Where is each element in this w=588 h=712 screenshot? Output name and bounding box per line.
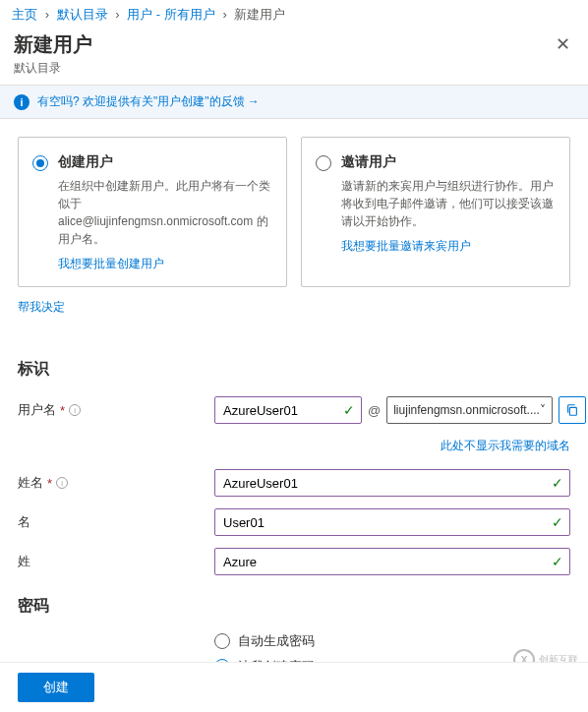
section-password: 密码 [18,596,570,617]
help-decide-link[interactable]: 帮我决定 [18,299,65,316]
domain-text: liujinfengmsn.onmicrosoft.... [393,403,540,417]
feedback-link[interactable]: 有空吗? 欢迎提供有关"用户创建"的反馈 → [37,93,260,110]
check-icon: ✓ [552,514,563,530]
bulk-invite-link[interactable]: 我想要批量邀请来宾用户 [341,239,471,253]
radio-icon [32,155,48,171]
copy-button[interactable] [559,396,586,424]
pwd-auto-label: 自动生成密码 [238,632,315,650]
bulk-create-link[interactable]: 我想要批量创建用户 [58,257,164,270]
breadcrumb-directory[interactable]: 默认目录 [57,7,108,22]
label-username: 用户名* i [18,401,214,419]
svg-rect-0 [569,407,576,415]
create-user-desc: 在组织中创建新用户。此用户将有一个类似于 alice@liujinfengmsn… [58,177,272,248]
row-surname: 姓 ✓ [18,547,570,576]
label-surname: 姓 [18,553,214,570]
create-user-title: 创建用户 [58,153,272,171]
domain-select[interactable]: liujinfengmsn.onmicrosoft.... ˅ [386,396,553,424]
page-title: 新建用户 [14,31,92,58]
row-givenname: 名 ✓ [18,507,570,537]
check-icon: ✓ [343,402,355,418]
info-icon: i [14,94,29,110]
radio-icon [214,633,230,649]
givenname-input-wrap: ✓ [214,508,570,536]
copy-icon [565,403,579,417]
user-option-cards: 创建用户 在组织中创建新用户。此用户将有一个类似于 alice@liujinfe… [18,137,570,287]
invite-user-desc: 邀请新的来宾用户与组织进行协作。用户将收到电子邮件邀请，他们可以接受该邀请以开始… [341,177,556,230]
breadcrumb-sep: › [45,7,49,22]
breadcrumb-current: 新建用户 [234,7,285,22]
check-icon: ✓ [552,475,563,491]
info-icon[interactable]: i [56,477,68,489]
chevron-down-icon: ˅ [540,403,546,417]
breadcrumb-sep: › [115,7,119,22]
main-content: 创建用户 在组织中创建新用户。此用户将有一个类似于 alice@liujinfe… [0,119,588,664]
close-icon[interactable]: ✕ [552,31,574,57]
pwd-auto-option[interactable]: 自动生成密码 [214,632,570,650]
domain-hint-link[interactable]: 此处不显示我需要的域名 [441,439,570,452]
name-input[interactable] [223,476,542,491]
row-pwd-options: 自动生成密码 让我创建密码 [18,632,570,664]
invite-user-title: 邀请用户 [341,153,556,171]
name-input-wrap: ✓ [214,469,570,497]
surname-input-wrap: ✓ [214,548,570,575]
breadcrumb: 主页 › 默认目录 › 用户 - 所有用户 › 新建用户 [0,0,588,30]
check-icon: ✓ [552,554,563,569]
invite-user-card[interactable]: 邀请用户 邀请新的来宾用户与组织进行协作。用户将收到电子邮件邀请，他们可以接受该… [301,137,570,287]
givenname-input[interactable] [223,515,542,530]
breadcrumb-users[interactable]: 用户 - 所有用户 [127,7,215,22]
at-symbol: @ [368,403,381,418]
info-icon[interactable]: i [69,404,81,416]
username-input-wrap: ✓ [214,396,362,424]
username-input[interactable] [223,403,333,418]
feedback-banner: i 有空吗? 欢迎提供有关"用户创建"的反馈 → [0,85,588,119]
section-identity: 标识 [18,359,570,380]
surname-input[interactable] [223,555,542,569]
row-name: 姓名* i ✓ [18,468,570,498]
page-header: 新建用户 默认目录 ✕ [0,30,588,85]
row-username: 用户名* i ✓ @ liujinfengmsn.onmicrosoft....… [18,395,570,425]
breadcrumb-sep: › [222,7,226,22]
page-subtitle: 默认目录 [14,60,92,77]
label-name: 姓名* i [18,474,214,492]
radio-icon [316,155,331,171]
create-user-card[interactable]: 创建用户 在组织中创建新用户。此用户将有一个类似于 alice@liujinfe… [18,137,287,287]
footer: 创建 [0,662,588,712]
breadcrumb-home[interactable]: 主页 [12,7,37,22]
label-givenname: 名 [18,513,214,531]
create-button[interactable]: 创建 [18,673,94,702]
